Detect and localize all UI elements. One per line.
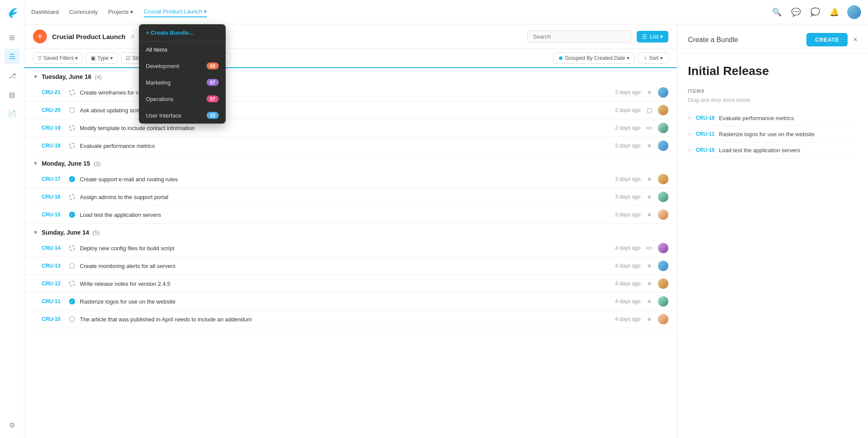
nav-projects[interactable]: Projects ▾ [108,7,133,17]
bundle-item: × CRU-18 Evaluate performance metrics [688,110,858,126]
status-spinner-icon [69,193,76,200]
app-logo[interactable] [5,5,19,19]
date-label-june15: Monday, June 15 [42,160,90,167]
task-avatar [658,314,668,324]
task-id: CRU-17 [42,176,64,182]
bubble-icon[interactable]: 💭 [809,6,821,18]
date-group-header-june15[interactable]: ▼ Monday, June 15 (3) [24,155,677,170]
main-container: Dashboard Community Projects ▾ Crucial P… [24,0,868,438]
task-row[interactable]: CRU-11 ✓ Rasterize logos for use on the … [24,293,677,311]
task-time: 3 days ago [615,194,641,200]
task-avatar [658,123,668,133]
sort-button[interactable]: ↕ Sort ▾ [638,52,668,64]
bundle-item-title: Rasterize logos for use on the website [719,131,815,137]
create-bundle-option[interactable]: + Create Bundle... [139,24,226,42]
remove-bundle-item-button[interactable]: × [688,147,691,154]
task-time: 3 days ago [615,176,641,182]
task-id: CRU-18 [42,143,64,149]
status-spinner-icon [69,280,76,287]
search-input[interactable] [527,30,631,43]
sidebar-icon-settings[interactable]: ⚙ [4,417,20,433]
status-check-icon: ✓ [69,211,76,218]
task-row[interactable]: CRU-12 Write release notes for version 2… [24,275,677,293]
list-btn-label: List ▾ [650,33,663,40]
task-id: CRU-11 [42,298,64,304]
sidebar-icon-grid[interactable]: ⊞ [4,29,20,45]
chevron-icon: ▼ [33,229,38,235]
task-meta: 2 days ago ▢ [615,105,668,115]
task-row[interactable]: CRU-15 ✓ Load test the application serve… [24,206,677,224]
task-type-icon: ≡ [645,193,654,201]
task-row[interactable]: CRU-19 Modify template to include contac… [24,119,677,137]
date-group-header-june14[interactable]: ▼ Sunday, June 14 (5) [24,224,677,239]
task-row[interactable]: CRU-13 Create monitoring alerts for all … [24,257,677,275]
task-type-icon: ≡ [645,279,654,288]
type-filter-button[interactable]: ▣ Type ▾ [86,52,117,64]
nav-current-project[interactable]: Crucial Product Launch ▾ [144,7,207,17]
close-panel-button[interactable]: × [853,35,858,44]
status-empty-icon [69,107,76,114]
type-icon: ▣ [91,55,95,61]
sidebar-icon-list[interactable]: ☰ [4,49,20,64]
task-row[interactable]: CRU-16 Assign admins to the support port… [24,188,677,206]
dropdown-badge: 33 [207,112,219,119]
task-row[interactable]: CRU-17 ✓ Create support e-mail and routi… [24,170,677,188]
saved-filters-button[interactable]: ▽ Saved Filters ▾ [33,52,82,64]
project-header: + Crucial Product Launch > All Items ▾ ☰… [24,24,677,49]
list-view-button[interactable]: ☰ List ▾ [637,31,668,42]
task-meta: 4 days ago ≡ [615,261,668,271]
task-meta: 2 days ago </> [615,123,668,133]
task-row[interactable]: CRU-14 Deploy new config files for build… [24,239,677,257]
project-main: + Crucial Product Launch > All Items ▾ ☰… [24,24,677,438]
search-icon[interactable]: 🔍 [771,6,783,18]
sidebar-icon-doc[interactable]: 📄 [4,106,20,121]
content-area: + Crucial Product Launch > All Items ▾ ☰… [24,24,868,438]
filter-bar: ▽ Saved Filters ▾ ▣ Type ▾ ☑ Status ▾ 🏷 … [24,49,677,68]
sidebar-icon-folder[interactable]: ▤ [4,87,20,102]
notification-icon[interactable]: 🔔 [828,6,840,18]
chat-icon[interactable]: 💬 [790,6,802,18]
sidebar-icon-chart[interactable]: ⎇ [4,68,20,83]
task-row[interactable]: CRU-10 The article that was published in… [24,311,677,328]
date-label-june14: Sunday, June 14 [42,229,89,236]
task-row[interactable]: CRU-18 Evaluate performance metrics 2 da… [24,137,677,155]
task-meta: 4 days ago ≡ [615,314,668,324]
task-meta: 2 days ago ≡ [615,87,668,98]
status-spinner-icon [69,124,76,131]
count-badge-june15: (3) [94,160,101,167]
task-title: Create monitoring alerts for all servers [80,263,611,269]
remove-bundle-item-button[interactable]: × [688,114,691,121]
nav-dashboard[interactable]: Dashboard [31,7,59,17]
status-empty-icon [69,316,76,323]
dropdown-user-interface[interactable]: User Interface 33 [139,107,226,124]
user-avatar[interactable] [847,5,861,19]
topnav: Dashboard Community Projects ▾ Crucial P… [24,0,868,24]
task-type-icon: ≡ [645,88,654,97]
dropdown-marketing[interactable]: Marketing 67 [139,74,226,91]
task-meta: 3 days ago ≡ [615,209,668,220]
task-id: CRU-16 [42,194,64,200]
add-item-button[interactable]: + [33,29,47,43]
task-row[interactable]: CRU-20 Ask about updating screens... web… [24,101,677,119]
task-meta: 3 days ago ≡ [615,174,668,184]
grouped-by-button[interactable]: Grouped By Created Date ▾ [553,52,635,64]
filter-icon: ▽ [38,55,42,61]
remove-bundle-item-button[interactable]: × [688,131,691,137]
filter-right: Grouped By Created Date ▾ ↕ Sort ▾ [553,52,668,64]
dropdown-development[interactable]: Development 50 [139,58,226,74]
right-panel-header: Create a Bundle CREATE × [677,24,868,54]
drag-hint-text: Drag and drop items below [688,97,858,103]
dropdown-operations[interactable]: Operations 57 [139,91,226,107]
task-row[interactable]: CRU-21 Create wireframes for new S... co… [24,84,677,101]
task-title: Write release notes for version 2.4.5 [80,281,611,287]
task-time: 2 days ago [615,125,641,131]
task-title: Load test the application servers [80,212,611,218]
nav-community[interactable]: Community [69,7,98,17]
right-panel: Create a Bundle CREATE × Initial Release… [677,24,868,438]
date-group-header-june16[interactable]: ▼ Tuesday, June 16 (4) [24,68,677,84]
dropdown-all-items[interactable]: All Items [139,42,226,58]
sort-label: Sort ▾ [649,55,663,61]
dropdown-badge: 57 [207,95,219,102]
bundle-item: × CRU-15 Load test the application serve… [688,142,858,158]
create-bundle-button[interactable]: CREATE [806,33,848,46]
